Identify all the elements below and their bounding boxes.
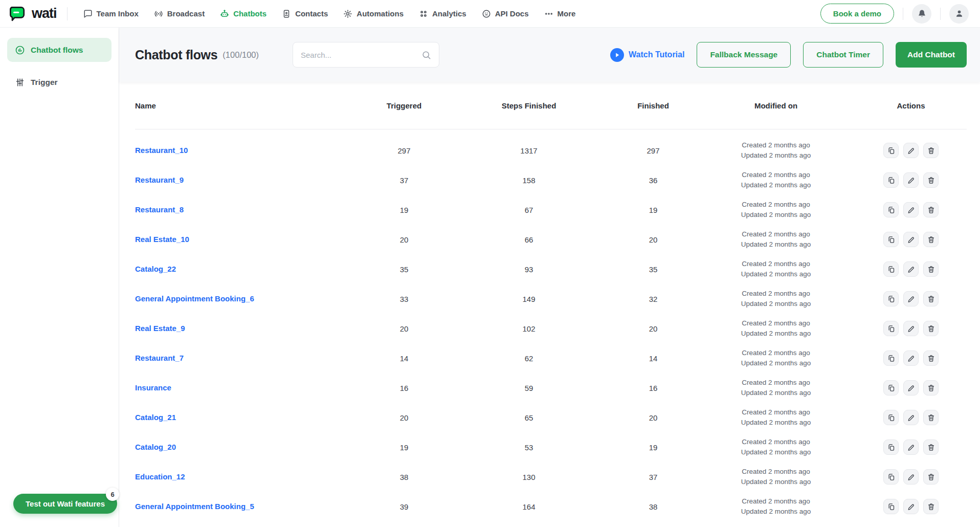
- trash-icon: [927, 266, 935, 273]
- book-a-demo-button[interactable]: Book a demo: [820, 4, 894, 24]
- steps-finished-value: 93: [448, 265, 610, 274]
- flow-name-link[interactable]: Restaurant_7: [135, 354, 184, 362]
- play-icon: [610, 48, 624, 62]
- updated-text: Updated 2 months ago: [697, 358, 855, 368]
- row-actions: [855, 380, 967, 396]
- edit-flow-button[interactable]: [903, 469, 919, 485]
- edit-flow-button[interactable]: [903, 232, 919, 247]
- chatbot-timer-button[interactable]: Chatbot Timer: [803, 42, 883, 68]
- edit-flow-button[interactable]: [903, 321, 919, 336]
- profile-button[interactable]: [949, 4, 969, 24]
- flow-name-link[interactable]: Restaurant_9: [135, 175, 184, 184]
- sidebar-item-chatbot-flows[interactable]: Chatbot flows: [7, 38, 112, 62]
- created-text: Created 2 months ago: [697, 467, 855, 477]
- flow-name-link[interactable]: Catalog_21: [135, 413, 176, 422]
- edit-flow-button[interactable]: [903, 291, 919, 306]
- delete-flow-button[interactable]: [923, 172, 939, 188]
- notifications-button[interactable]: [912, 4, 931, 24]
- edit-flow-button[interactable]: [903, 143, 919, 158]
- flow-name-link[interactable]: Restaurant_8: [135, 205, 184, 214]
- steps-finished-value: 62: [448, 354, 610, 363]
- updated-text: Updated 2 months ago: [697, 388, 855, 398]
- nav-broadcast[interactable]: Broadcast: [146, 0, 212, 28]
- copy-flow-button[interactable]: [883, 232, 899, 247]
- copy-flow-button[interactable]: [883, 143, 899, 158]
- flow-name-link[interactable]: Restaurant_10: [135, 146, 188, 155]
- copy-flow-button[interactable]: [883, 321, 899, 336]
- flow-name-link[interactable]: General Appointment Booking_5: [135, 502, 254, 511]
- delete-flow-button[interactable]: [923, 440, 939, 455]
- add-chatbot-button[interactable]: Add Chatbot: [896, 42, 967, 68]
- nav-chatbots[interactable]: Chatbots: [212, 0, 274, 28]
- nav-automations[interactable]: Automations: [336, 0, 411, 28]
- flow-name-link[interactable]: Catalog_20: [135, 443, 176, 451]
- nav-team-inbox[interactable]: Team Inbox: [76, 0, 146, 28]
- triggered-value: 33: [360, 295, 448, 303]
- table-body: Restaurant_10 297 1317 297 Created 2 mon…: [135, 129, 967, 521]
- triggered-value: 19: [360, 443, 448, 452]
- edit-flow-button[interactable]: [903, 380, 919, 396]
- copy-flow-button[interactable]: [883, 291, 899, 306]
- nav-label: Analytics: [432, 9, 466, 18]
- delete-flow-button[interactable]: [923, 202, 939, 217]
- flow-name-link[interactable]: Catalog_22: [135, 265, 176, 273]
- nav-analytics[interactable]: Analytics: [411, 0, 474, 28]
- modified-on-cell: Created 2 months ago Updated 2 months ag…: [697, 140, 855, 161]
- updated-text: Updated 2 months ago: [697, 239, 855, 250]
- nav-contacts[interactable]: Contacts: [274, 0, 336, 28]
- flow-name-link[interactable]: Real Estate_9: [135, 324, 185, 333]
- copy-flow-button[interactable]: [883, 261, 899, 277]
- pencil-icon: [907, 295, 915, 303]
- copy-flow-button[interactable]: [883, 380, 899, 396]
- steps-finished-value: 66: [448, 235, 610, 244]
- trash-icon: [927, 236, 935, 244]
- wati-logo[interactable]: wati: [7, 4, 57, 24]
- pencil-icon: [907, 177, 915, 184]
- finished-value: 38: [610, 502, 697, 511]
- edit-flow-button[interactable]: [903, 202, 919, 217]
- delete-flow-button[interactable]: [923, 410, 939, 425]
- edit-flow-button[interactable]: [903, 499, 919, 514]
- fallback-message-button[interactable]: Fallback Message: [697, 42, 791, 68]
- triggered-value: 38: [360, 473, 448, 481]
- copy-flow-button[interactable]: [883, 440, 899, 455]
- copy-flow-button[interactable]: [883, 350, 899, 366]
- nav-more[interactable]: More: [537, 0, 584, 28]
- edit-flow-button[interactable]: [903, 261, 919, 277]
- updated-text: Updated 2 months ago: [697, 299, 855, 309]
- delete-flow-button[interactable]: [923, 469, 939, 485]
- search-input[interactable]: [301, 51, 416, 59]
- edit-flow-button[interactable]: [903, 172, 919, 188]
- edit-flow-button[interactable]: [903, 350, 919, 366]
- watch-tutorial-link[interactable]: Watch Tutorial: [610, 48, 684, 62]
- copy-flow-button[interactable]: [883, 469, 899, 485]
- copy-flow-button[interactable]: [883, 410, 899, 425]
- test-wati-features-button[interactable]: Test out Wati features 6: [13, 494, 117, 514]
- flow-name-link[interactable]: General Appointment Booking_6: [135, 294, 254, 303]
- delete-flow-button[interactable]: [923, 291, 939, 306]
- delete-flow-button[interactable]: [923, 350, 939, 366]
- nav-api-docs[interactable]: API Docs: [474, 0, 537, 28]
- pencil-icon: [907, 444, 915, 451]
- pencil-icon: [907, 236, 915, 244]
- sidebar-item-trigger[interactable]: Trigger: [7, 70, 112, 94]
- row-actions: [855, 499, 967, 514]
- main-content: Chatbot flows (100/100) Watch Tutorial F…: [119, 28, 980, 527]
- delete-flow-button[interactable]: [923, 380, 939, 396]
- delete-flow-button[interactable]: [923, 232, 939, 247]
- edit-flow-button[interactable]: [903, 410, 919, 425]
- flow-name-link[interactable]: Insurance: [135, 383, 171, 392]
- copy-flow-button[interactable]: [883, 172, 899, 188]
- copy-flow-button[interactable]: [883, 202, 899, 217]
- delete-flow-button[interactable]: [923, 143, 939, 158]
- delete-flow-button[interactable]: [923, 499, 939, 514]
- flow-name-link[interactable]: Real Estate_10: [135, 235, 189, 244]
- edit-flow-button[interactable]: [903, 440, 919, 455]
- delete-flow-button[interactable]: [923, 261, 939, 277]
- nav-label: Broadcast: [167, 9, 205, 18]
- flow-name-link[interactable]: Education_12: [135, 472, 185, 481]
- copy-flow-button[interactable]: [883, 499, 899, 514]
- bell-icon: [917, 9, 927, 18]
- finished-value: 19: [610, 206, 697, 214]
- delete-flow-button[interactable]: [923, 321, 939, 336]
